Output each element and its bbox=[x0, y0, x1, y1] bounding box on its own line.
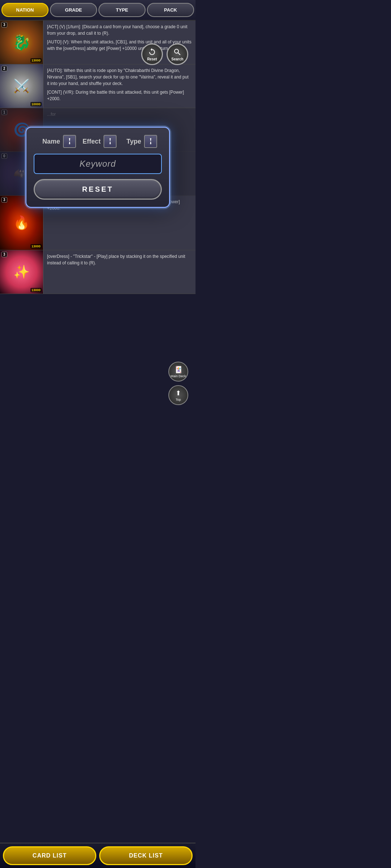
sort-name-toggle[interactable] bbox=[63, 135, 76, 148]
main-deck-fab[interactable]: 🃏 Main Deck bbox=[168, 362, 188, 382]
grade-badge: 3 bbox=[1, 252, 7, 257]
card-effect-text: [overDress] - "Trickstar" - [Play] place… bbox=[43, 250, 196, 294]
reset-button[interactable]: RESET bbox=[34, 179, 162, 200]
search-icon-btn[interactable]: Search bbox=[167, 43, 188, 65]
nav-nation[interactable]: NATION bbox=[1, 3, 49, 17]
nav-pack[interactable]: PACK bbox=[147, 3, 194, 17]
grade-badge: 1 bbox=[1, 110, 7, 115]
sort-name-label: Name bbox=[38, 138, 60, 145]
sort-effect-toggle[interactable] bbox=[104, 135, 117, 148]
main-deck-label: Main Deck bbox=[171, 374, 186, 378]
deck-icon: 🃏 bbox=[175, 366, 182, 374]
grade-badge: 2 bbox=[1, 66, 7, 71]
reset-icon-btn[interactable]: Reset bbox=[141, 43, 163, 65]
grade-badge: 3 bbox=[1, 22, 7, 27]
top-nav: NATION GRADE TYPE PACK bbox=[0, 0, 196, 21]
top-icon: ⬆ bbox=[176, 389, 181, 397]
power-badge: 13000 bbox=[30, 244, 42, 248]
grade-badge: 0 bbox=[1, 153, 7, 159]
power-badge: 13000 bbox=[30, 288, 42, 292]
reset-icon-label: Reset bbox=[147, 57, 157, 61]
sort-type-label: Type bbox=[119, 138, 141, 145]
nav-grade[interactable]: GRADE bbox=[50, 3, 97, 17]
overlay-icons: Reset Search bbox=[141, 43, 188, 65]
card-image: 3 13000 bbox=[0, 21, 43, 64]
sort-type-toggle[interactable] bbox=[144, 135, 157, 148]
table-row[interactable]: 2 10000 [AUTO]: When this unit is rode u… bbox=[0, 64, 196, 108]
grade-badge: 3 bbox=[1, 197, 7, 203]
keyword-input-container[interactable]: Keyword bbox=[34, 154, 162, 174]
power-badge: 13000 bbox=[30, 58, 42, 63]
table-row[interactable]: 3 13000 [overDress] - "Trickstar" - [Pla… bbox=[0, 250, 196, 294]
nav-type[interactable]: TYPE bbox=[98, 3, 146, 17]
sort-overlay: Name Effect Type Keyword RESET bbox=[25, 127, 170, 208]
sort-effect-label: Effect bbox=[79, 138, 101, 145]
card-image: 2 10000 bbox=[0, 64, 43, 108]
fab-area: 🃏 Main Deck ⬆ Top bbox=[168, 362, 188, 405]
sort-controls-row: Name Effect Type bbox=[34, 135, 162, 148]
card-image: 3 13000 bbox=[0, 250, 43, 294]
power-badge: 10000 bbox=[30, 102, 42, 106]
search-icon-label: Search bbox=[171, 57, 183, 61]
top-label: Top bbox=[176, 398, 181, 401]
keyword-input[interactable]: Keyword bbox=[80, 159, 116, 169]
top-fab[interactable]: ⬆ Top bbox=[168, 385, 188, 405]
card-effect-text: [AUTO]: When this unit is rode upon by "… bbox=[43, 64, 196, 108]
